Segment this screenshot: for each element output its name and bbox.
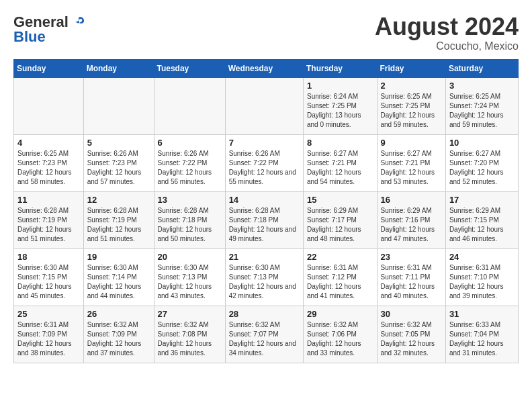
day-number: 22 (307, 252, 373, 262)
calendar-cell: 5 Sunrise: 6:26 AM Sunset: 7:23 PM Dayli… (83, 134, 154, 191)
day-number: 23 (381, 252, 442, 262)
calendar-cell: 6 Sunrise: 6:26 AM Sunset: 7:22 PM Dayli… (154, 134, 225, 191)
header-friday: Friday (377, 59, 445, 77)
day-info: Sunrise: 6:26 AM Sunset: 7:22 PM Dayligh… (158, 150, 212, 185)
day-number: 6 (158, 138, 222, 148)
day-info: Sunrise: 6:26 AM Sunset: 7:22 PM Dayligh… (229, 150, 296, 185)
day-number: 16 (381, 195, 442, 205)
day-number: 9 (381, 138, 442, 148)
day-number: 24 (449, 252, 515, 262)
day-info: Sunrise: 6:28 AM Sunset: 7:19 PM Dayligh… (17, 207, 72, 242)
day-info: Sunrise: 6:32 AM Sunset: 7:07 PM Dayligh… (229, 321, 296, 357)
day-info: Sunrise: 6:27 AM Sunset: 7:21 PM Dayligh… (307, 150, 361, 185)
calendar-week-row: 4 Sunrise: 6:25 AM Sunset: 7:23 PM Dayli… (14, 134, 519, 191)
day-info: Sunrise: 6:32 AM Sunset: 7:06 PM Dayligh… (307, 321, 361, 357)
calendar-cell (154, 77, 225, 134)
calendar-cell: 27 Sunrise: 6:32 AM Sunset: 7:08 PM Dayl… (154, 306, 225, 363)
logo-bird-icon (71, 15, 86, 30)
calendar-cell: 16 Sunrise: 6:29 AM Sunset: 7:16 PM Dayl… (377, 191, 445, 248)
day-info: Sunrise: 6:32 AM Sunset: 7:08 PM Dayligh… (158, 321, 212, 357)
day-info: Sunrise: 6:26 AM Sunset: 7:23 PM Dayligh… (87, 150, 142, 185)
day-info: Sunrise: 6:27 AM Sunset: 7:20 PM Dayligh… (449, 150, 504, 185)
calendar-cell: 15 Sunrise: 6:29 AM Sunset: 7:17 PM Dayl… (303, 191, 377, 248)
day-number: 14 (229, 195, 300, 205)
header-wednesday: Wednesday (225, 59, 303, 77)
header-sunday: Sunday (14, 59, 84, 77)
calendar-cell: 2 Sunrise: 6:25 AM Sunset: 7:25 PM Dayli… (377, 77, 445, 134)
calendar-week-row: 11 Sunrise: 6:28 AM Sunset: 7:19 PM Dayl… (14, 191, 519, 248)
calendar-cell: 19 Sunrise: 6:30 AM Sunset: 7:14 PM Dayl… (83, 248, 154, 306)
calendar-cell (83, 77, 154, 134)
calendar-cell (14, 77, 84, 134)
page-header: General Blue August 2024 Cocucho, Mexico (13, 13, 519, 52)
day-number: 29 (307, 309, 373, 319)
day-number: 28 (229, 309, 300, 319)
day-number: 18 (17, 252, 80, 262)
calendar-cell: 29 Sunrise: 6:32 AM Sunset: 7:06 PM Dayl… (303, 306, 377, 363)
day-number: 31 (449, 309, 515, 319)
day-number: 12 (87, 195, 150, 205)
calendar-table: SundayMondayTuesdayWednesdayThursdayFrid… (13, 59, 519, 363)
day-info: Sunrise: 6:28 AM Sunset: 7:18 PM Dayligh… (229, 207, 296, 242)
day-info: Sunrise: 6:25 AM Sunset: 7:25 PM Dayligh… (381, 93, 435, 128)
calendar-cell: 14 Sunrise: 6:28 AM Sunset: 7:18 PM Dayl… (225, 191, 303, 248)
header-thursday: Thursday (303, 59, 377, 77)
calendar-cell: 23 Sunrise: 6:31 AM Sunset: 7:11 PM Dayl… (377, 248, 445, 306)
day-number: 4 (17, 138, 80, 148)
day-info: Sunrise: 6:31 AM Sunset: 7:09 PM Dayligh… (17, 321, 72, 357)
day-info: Sunrise: 6:25 AM Sunset: 7:23 PM Dayligh… (17, 150, 72, 185)
day-info: Sunrise: 6:30 AM Sunset: 7:14 PM Dayligh… (87, 264, 142, 300)
day-number: 1 (307, 81, 373, 91)
day-info: Sunrise: 6:28 AM Sunset: 7:18 PM Dayligh… (158, 207, 212, 242)
calendar-cell: 12 Sunrise: 6:28 AM Sunset: 7:19 PM Dayl… (83, 191, 154, 248)
logo: General Blue (13, 13, 86, 46)
calendar-cell: 8 Sunrise: 6:27 AM Sunset: 7:21 PM Dayli… (303, 134, 377, 191)
title-section: August 2024 Cocucho, Mexico (375, 13, 519, 52)
day-info: Sunrise: 6:25 AM Sunset: 7:24 PM Dayligh… (449, 93, 504, 128)
calendar-cell: 31 Sunrise: 6:33 AM Sunset: 7:04 PM Dayl… (445, 306, 518, 363)
day-info: Sunrise: 6:29 AM Sunset: 7:15 PM Dayligh… (449, 207, 504, 242)
day-info: Sunrise: 6:24 AM Sunset: 7:25 PM Dayligh… (307, 93, 361, 128)
calendar-cell: 28 Sunrise: 6:32 AM Sunset: 7:07 PM Dayl… (225, 306, 303, 363)
header-tuesday: Tuesday (154, 59, 225, 77)
calendar-cell: 11 Sunrise: 6:28 AM Sunset: 7:19 PM Dayl… (14, 191, 84, 248)
day-number: 11 (17, 195, 80, 205)
calendar-week-row: 1 Sunrise: 6:24 AM Sunset: 7:25 PM Dayli… (14, 77, 519, 134)
day-number: 3 (449, 81, 515, 91)
calendar-week-row: 25 Sunrise: 6:31 AM Sunset: 7:09 PM Dayl… (14, 306, 519, 363)
day-number: 25 (17, 309, 80, 319)
calendar-cell: 4 Sunrise: 6:25 AM Sunset: 7:23 PM Dayli… (14, 134, 84, 191)
day-info: Sunrise: 6:30 AM Sunset: 7:13 PM Dayligh… (229, 264, 296, 300)
day-number: 30 (381, 309, 442, 319)
calendar-cell (225, 77, 303, 134)
day-number: 20 (158, 252, 222, 262)
day-info: Sunrise: 6:31 AM Sunset: 7:11 PM Dayligh… (381, 264, 435, 300)
day-number: 27 (158, 309, 222, 319)
day-number: 2 (381, 81, 442, 91)
day-number: 10 (449, 138, 515, 148)
calendar-week-row: 18 Sunrise: 6:30 AM Sunset: 7:15 PM Dayl… (14, 248, 519, 306)
month-year-title: August 2024 (375, 13, 519, 40)
header-saturday: Saturday (445, 59, 518, 77)
day-number: 26 (87, 309, 150, 319)
calendar-cell: 22 Sunrise: 6:31 AM Sunset: 7:12 PM Dayl… (303, 248, 377, 306)
day-info: Sunrise: 6:30 AM Sunset: 7:15 PM Dayligh… (17, 264, 72, 300)
calendar-cell: 13 Sunrise: 6:28 AM Sunset: 7:18 PM Dayl… (154, 191, 225, 248)
day-number: 5 (87, 138, 150, 148)
location-subtitle: Cocucho, Mexico (375, 40, 519, 52)
calendar-cell: 24 Sunrise: 6:31 AM Sunset: 7:10 PM Dayl… (445, 248, 518, 306)
day-number: 19 (87, 252, 150, 262)
day-info: Sunrise: 6:29 AM Sunset: 7:16 PM Dayligh… (381, 207, 435, 242)
day-number: 8 (307, 138, 373, 148)
day-number: 13 (158, 195, 222, 205)
header-monday: Monday (83, 59, 154, 77)
day-info: Sunrise: 6:32 AM Sunset: 7:05 PM Dayligh… (381, 321, 435, 357)
calendar-cell: 7 Sunrise: 6:26 AM Sunset: 7:22 PM Dayli… (225, 134, 303, 191)
calendar-cell: 26 Sunrise: 6:32 AM Sunset: 7:09 PM Dayl… (83, 306, 154, 363)
day-info: Sunrise: 6:33 AM Sunset: 7:04 PM Dayligh… (449, 321, 504, 357)
logo-blue-text: Blue (13, 28, 46, 46)
day-info: Sunrise: 6:32 AM Sunset: 7:09 PM Dayligh… (87, 321, 142, 357)
calendar-cell: 18 Sunrise: 6:30 AM Sunset: 7:15 PM Dayl… (14, 248, 84, 306)
calendar-cell: 1 Sunrise: 6:24 AM Sunset: 7:25 PM Dayli… (303, 77, 377, 134)
day-info: Sunrise: 6:27 AM Sunset: 7:21 PM Dayligh… (381, 150, 435, 185)
